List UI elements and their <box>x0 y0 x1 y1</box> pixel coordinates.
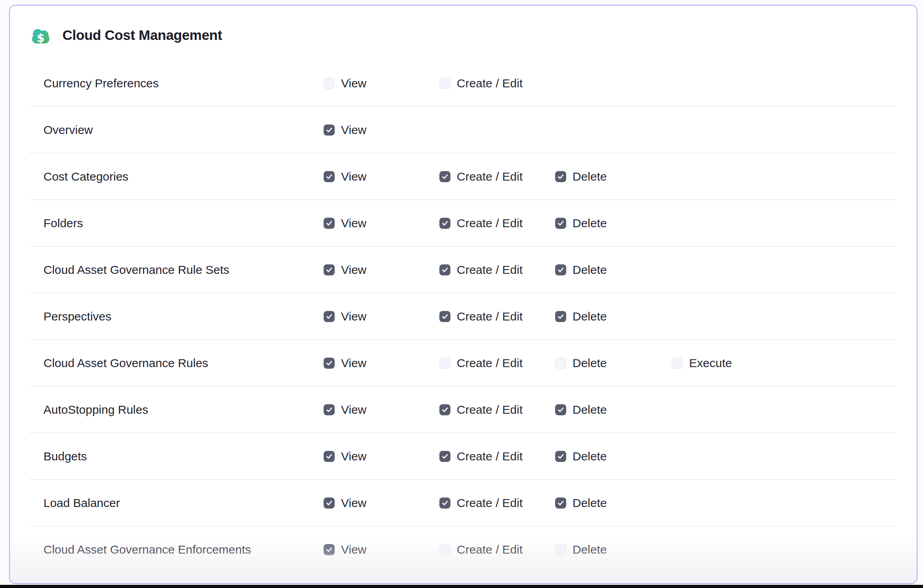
checkbox[interactable] <box>439 264 450 275</box>
checkmark-icon <box>556 266 565 274</box>
checkbox[interactable] <box>555 498 566 509</box>
checkbox[interactable] <box>439 451 450 462</box>
checkmark-icon <box>441 452 449 461</box>
checkmark-icon <box>325 405 333 414</box>
permission-toggle-create-edit[interactable]: Create / Edit <box>439 450 523 463</box>
permission-label: View <box>341 450 366 463</box>
resource-name: Load Balancer <box>43 496 120 510</box>
permission-toggle-delete[interactable]: Delete <box>555 310 607 323</box>
checkbox[interactable] <box>324 124 335 136</box>
checkbox[interactable] <box>324 78 335 89</box>
checkbox[interactable] <box>555 451 566 462</box>
permission-label: Delete <box>573 356 607 370</box>
checkmark-icon <box>325 219 333 228</box>
checkbox[interactable] <box>439 404 450 415</box>
permission-toggle-delete[interactable]: Delete <box>555 263 607 277</box>
checkbox[interactable] <box>324 264 335 275</box>
permission-toggle-view[interactable]: View <box>324 403 366 416</box>
checkbox[interactable] <box>555 264 566 275</box>
permission-label: View <box>341 543 366 556</box>
resource-name: Cost Categories <box>43 170 128 183</box>
permission-toggle-view[interactable]: View <box>324 543 366 556</box>
checkmark-icon <box>325 359 333 368</box>
checkbox[interactable] <box>439 218 450 229</box>
permission-toggle-delete[interactable]: Delete <box>555 543 607 556</box>
permission-row: Cloud Asset Governance Rule Sets View Cr… <box>29 247 896 293</box>
permission-label: View <box>341 403 366 416</box>
permission-toggle-view[interactable]: View <box>324 123 366 137</box>
checkbox[interactable] <box>555 544 566 555</box>
svg-text:$: $ <box>37 32 44 44</box>
checkbox[interactable] <box>555 311 566 322</box>
permission-toggle-view[interactable]: View <box>324 310 366 323</box>
checkbox[interactable] <box>324 311 335 322</box>
checkbox[interactable] <box>672 358 683 369</box>
permission-toggle-create-edit[interactable]: Create / Edit <box>439 310 523 323</box>
checkmark-icon <box>325 545 333 554</box>
checkbox[interactable] <box>555 171 566 182</box>
checkbox[interactable] <box>555 404 566 415</box>
permission-label: Create / Edit <box>457 496 523 510</box>
permission-toggle-create-edit[interactable]: Create / Edit <box>439 263 523 277</box>
permission-toggle-delete[interactable]: Delete <box>555 403 607 416</box>
checkbox[interactable] <box>324 404 335 415</box>
permission-row: Overview View <box>29 107 896 153</box>
permission-toggle-delete[interactable]: Delete <box>555 217 607 230</box>
checkbox[interactable] <box>324 358 335 369</box>
permission-label: Delete <box>573 403 607 416</box>
screen-bottom-edge <box>0 585 923 588</box>
permission-toggle-create-edit[interactable]: Create / Edit <box>439 496 523 510</box>
permission-toggle-delete[interactable]: Delete <box>555 496 607 510</box>
checkbox[interactable] <box>439 498 450 509</box>
permission-toggle-delete[interactable]: Delete <box>555 170 607 183</box>
checkbox[interactable] <box>555 218 566 229</box>
checkbox[interactable] <box>324 544 335 555</box>
permission-toggle-view[interactable]: View <box>324 496 366 510</box>
checkmark-icon <box>441 312 449 321</box>
permission-label: Execute <box>689 356 732 370</box>
permission-row: Budgets View Create / Edit Delete <box>29 433 896 480</box>
resource-name: Perspectives <box>43 310 111 323</box>
permission-label: Create / Edit <box>457 217 523 230</box>
checkbox[interactable] <box>439 78 450 89</box>
permission-toggle-create-edit[interactable]: Create / Edit <box>439 217 523 230</box>
permission-toggle-view[interactable]: View <box>324 450 366 463</box>
permission-label: Delete <box>573 310 607 323</box>
permission-label: Create / Edit <box>457 77 523 90</box>
checkmark-icon <box>556 452 565 461</box>
resource-name: Budgets <box>43 450 87 463</box>
permission-label: Delete <box>573 496 607 510</box>
checkbox[interactable] <box>324 171 335 182</box>
checkbox[interactable] <box>439 544 450 555</box>
checkmark-icon <box>325 266 333 274</box>
cloud-cost-management-panel: $ Cloud Cost Management Currency Prefere… <box>9 5 917 584</box>
checkmark-icon <box>325 499 333 507</box>
checkbox[interactable] <box>439 171 450 182</box>
checkbox[interactable] <box>439 311 450 322</box>
permission-toggle-delete[interactable]: Delete <box>555 356 607 370</box>
resource-name: Cloud Asset Governance Rule Sets <box>43 263 229 277</box>
permission-toggle-execute[interactable]: Execute <box>672 356 732 370</box>
permission-row: Cloud Asset Governance Rules View Create… <box>29 340 896 386</box>
permission-toggle-view[interactable]: View <box>324 263 366 277</box>
checkbox[interactable] <box>324 218 335 229</box>
permission-toggle-create-edit[interactable]: Create / Edit <box>439 356 523 370</box>
permission-toggle-delete[interactable]: Delete <box>555 450 607 463</box>
permission-rows: Currency Preferences View Create / Edit … <box>10 60 917 573</box>
checkbox[interactable] <box>324 451 335 462</box>
checkbox[interactable] <box>555 358 566 369</box>
checkbox[interactable] <box>324 498 335 509</box>
permission-toggle-view[interactable]: View <box>324 170 366 183</box>
checkmark-icon <box>441 405 449 414</box>
permission-toggle-create-edit[interactable]: Create / Edit <box>439 77 523 90</box>
permission-row: Folders View Create / Edit Delete <box>29 200 896 247</box>
permission-toggle-view[interactable]: View <box>324 77 366 90</box>
permission-toggle-create-edit[interactable]: Create / Edit <box>439 403 523 416</box>
permission-toggle-create-edit[interactable]: Create / Edit <box>439 543 523 556</box>
permission-toggle-view[interactable]: View <box>324 217 366 230</box>
permission-toggle-create-edit[interactable]: Create / Edit <box>439 170 523 183</box>
resource-name: Currency Preferences <box>43 77 159 90</box>
checkmark-icon <box>556 219 565 228</box>
permission-toggle-view[interactable]: View <box>324 356 366 370</box>
checkbox[interactable] <box>439 358 450 369</box>
